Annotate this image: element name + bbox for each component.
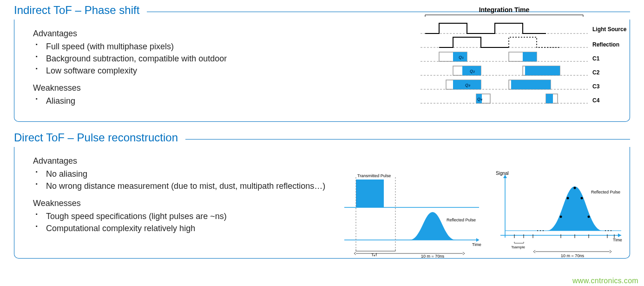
list-item: Computational complexity relatively high bbox=[46, 222, 368, 234]
list-item: Tough speed specifications (light pulses… bbox=[46, 210, 368, 222]
section-indirect-tof: Indirect ToF – Phase shift Advantages Fu… bbox=[14, 4, 630, 122]
svg-rect-15 bbox=[523, 52, 537, 61]
row-label: C2 bbox=[592, 69, 600, 76]
svg-rect-17 bbox=[525, 66, 560, 75]
svg-rect-19 bbox=[511, 80, 551, 89]
text-column: Advantages No aliasing No wrong distance… bbox=[33, 156, 368, 234]
list-item: Low software complexity bbox=[46, 65, 368, 77]
svg-point-43 bbox=[537, 230, 538, 231]
svg-point-47 bbox=[608, 230, 609, 231]
row-label: C4 bbox=[592, 97, 600, 104]
row-label: Reflection bbox=[592, 41, 619, 48]
list-item: Full speed (with multiphase pixels) bbox=[46, 40, 368, 53]
section-title: Indirect ToF – Phase shift bbox=[14, 4, 147, 17]
svg-rect-24 bbox=[356, 180, 384, 207]
section-panel: Advantages No aliasing No wrong distance… bbox=[14, 147, 630, 259]
weaknesses-heading: Weaknesses bbox=[33, 199, 368, 208]
signal-axis-label: Signal bbox=[496, 171, 509, 176]
weaknesses-heading: Weaknesses bbox=[33, 83, 368, 93]
q2-label: Q₂ bbox=[470, 69, 475, 73]
q4-label: Q₄ bbox=[477, 97, 482, 101]
integration-time-label: Integration Time bbox=[479, 6, 530, 13]
advantages-heading: Advantages bbox=[33, 29, 368, 39]
section-panel: Advantages Full speed (with multiphase p… bbox=[14, 20, 630, 122]
timing-diagram: Integration Time bbox=[407, 6, 630, 117]
svg-point-46 bbox=[605, 230, 606, 231]
time-axis-label: Time bbox=[472, 242, 481, 247]
svg-rect-21 bbox=[546, 94, 553, 103]
svg-point-39 bbox=[567, 197, 569, 200]
pulse-diagram-sampled: Tsample 10 m = 70ns Signal Reflected Pul… bbox=[491, 166, 626, 259]
weaknesses-list: Aliasing bbox=[33, 95, 368, 107]
section-direct-tof: Direct ToF – Pulse reconstruction Advant… bbox=[14, 131, 630, 259]
section-title-row: Direct ToF – Pulse reconstruction bbox=[14, 131, 630, 144]
list-item: No wrong distance measurement (due to mi… bbox=[46, 180, 368, 192]
q3-label: Q₃ bbox=[465, 83, 471, 87]
weaknesses-list: Tough speed specifications (light pulses… bbox=[33, 210, 368, 234]
list-item: Aliasing bbox=[46, 95, 368, 107]
section-title: Direct ToF – Pulse reconstruction bbox=[14, 131, 185, 144]
advantages-heading: Advantages bbox=[33, 156, 368, 166]
svg-point-42 bbox=[588, 216, 590, 218]
rx-pulse-label: Reflected Pulse bbox=[447, 218, 476, 222]
watermark: www.cntronics.com bbox=[572, 277, 638, 285]
span-label: 10 m = 70ns bbox=[421, 254, 444, 259]
svg-point-44 bbox=[540, 230, 541, 231]
list-item: No aliasing bbox=[46, 168, 368, 180]
list-item: Background subtraction, compatible with … bbox=[46, 53, 368, 65]
advantages-list: No aliasing No wrong distance measuremen… bbox=[33, 168, 368, 192]
span-label: 10 m = 70ns bbox=[561, 253, 584, 258]
section-rule bbox=[185, 139, 630, 140]
tx-pulse-label: Transmitted Pulse bbox=[357, 173, 391, 178]
svg-point-40 bbox=[574, 187, 576, 189]
svg-point-48 bbox=[611, 230, 611, 231]
svg-point-38 bbox=[560, 216, 562, 218]
row-label: C1 bbox=[592, 55, 600, 62]
rx-pulse-label: Reflected Pulse bbox=[591, 190, 620, 194]
text-column: Advantages Full speed (with multiphase p… bbox=[33, 29, 368, 107]
row-label: C3 bbox=[592, 83, 600, 90]
pulse-diagram-tx-rx: Tₒf 10 m = 70ns Transmitted Pulse Reflec… bbox=[340, 170, 484, 259]
svg-point-45 bbox=[543, 230, 544, 231]
q1-label: Q₁ bbox=[459, 55, 464, 60]
time-axis-label: Time bbox=[613, 238, 622, 242]
row-label: Light Source bbox=[592, 26, 627, 33]
svg-point-41 bbox=[581, 197, 583, 200]
tsample-label: Tsample bbox=[511, 245, 525, 249]
advantages-list: Full speed (with multiphase pixels) Back… bbox=[33, 40, 368, 77]
